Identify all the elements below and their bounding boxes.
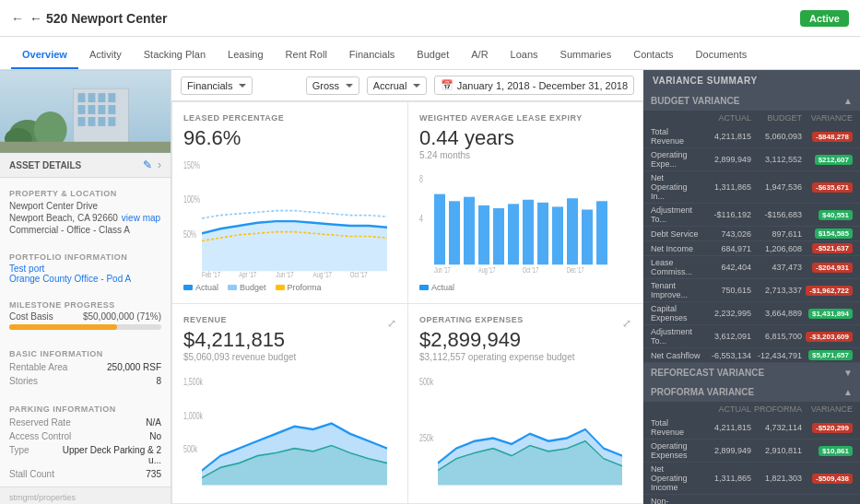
proforma-variance-title: PROFORMA VARIANCE xyxy=(651,387,754,397)
svg-rect-14 xyxy=(78,117,86,126)
basic-info-section: BASIC INFORMATION Rentable Area 250,000 … xyxy=(0,338,171,393)
table-row: Net Income 684,971 1,206,608 -$521,637 xyxy=(643,241,860,256)
footer-url: stmgmt/properties xyxy=(9,493,76,502)
svg-rect-31 xyxy=(449,201,460,264)
tab-overview[interactable]: Overview xyxy=(11,41,78,69)
parking-title: PARKING INFORMATION xyxy=(9,399,161,416)
filters-bar: Financials Gross Accrual 📅 January 1, 20… xyxy=(171,70,643,101)
chevron-down-icon: ▼ xyxy=(843,368,853,378)
variance-badge: $10,861 xyxy=(819,446,853,456)
tab-leasing[interactable]: Leasing xyxy=(217,41,275,69)
property-image xyxy=(0,70,171,153)
svg-rect-37 xyxy=(537,203,548,264)
col-variance2: VARIANCE xyxy=(802,404,853,414)
svg-rect-38 xyxy=(552,206,563,264)
tab-ar[interactable]: A/R xyxy=(460,41,499,69)
svg-text:50%: 50% xyxy=(183,228,196,240)
property-city: Newport Beach, CA 92660 xyxy=(9,212,118,224)
legend-actual: Actual xyxy=(183,283,218,292)
table-row: Non-Operating Exp... -$116,192 -$146,527… xyxy=(643,495,860,504)
tab-rent-roll[interactable]: Rent Roll xyxy=(275,41,338,69)
chevron-up-icon: ▲ xyxy=(843,96,853,106)
svg-text:Apr '17: Apr '17 xyxy=(239,269,256,278)
chevron-right-icon[interactable]: › xyxy=(158,158,161,171)
svg-rect-6 xyxy=(78,93,86,102)
table-row: Lease Commiss... 642,404 437,473 -$204,9… xyxy=(643,256,860,279)
asset-details-label: Asset Details xyxy=(9,160,81,170)
legend-budget-label: Budget xyxy=(240,283,266,292)
col-proforma: PROFORMA xyxy=(751,404,802,414)
variance-badge: -$635,671 xyxy=(812,182,853,193)
progress-bar-fill xyxy=(9,324,117,330)
variance-badge: -$204,931 xyxy=(812,263,853,273)
tabs-bar: Overview Activity Stacking Plan Leasing … xyxy=(0,37,860,70)
portfolio-name[interactable]: Test port xyxy=(9,264,161,274)
svg-rect-30 xyxy=(434,194,445,265)
milestone-label: Cost Basis xyxy=(9,311,53,322)
back-button[interactable]: ← xyxy=(11,11,24,26)
progress-bar-wrap xyxy=(9,324,161,330)
revenue-value: $4,211,815 xyxy=(183,328,296,352)
access-control-label: Access Control xyxy=(9,431,71,441)
edit-icon[interactable]: ✎ xyxy=(143,158,152,171)
rentable-area-value: 250,000 RSF xyxy=(107,362,161,372)
variance-badge: $5,871,657 xyxy=(808,350,853,360)
leased-pct-title: LEASED PERCENTAGE xyxy=(183,113,396,123)
expand-icon[interactable]: ⤢ xyxy=(387,317,396,330)
table-row: Operating Expe... 2,899,949 3,112,552 $2… xyxy=(643,148,860,171)
budget-variance-section: BUDGET VARIANCE ▲ ACTUAL BUDGET VARIANCE… xyxy=(643,91,860,363)
variance-badge: $212,607 xyxy=(815,155,853,165)
svg-rect-16 xyxy=(98,117,105,126)
tab-budget[interactable]: Budget xyxy=(406,41,460,69)
left-sidebar: Asset Details ✎ › PROPERTY & LOCATION Ne… xyxy=(0,70,171,504)
svg-text:Jun '17: Jun '17 xyxy=(434,266,451,275)
opex-chart: 500k 250k xyxy=(419,368,631,493)
reserved-rate-label: Reserved Rate xyxy=(9,417,71,428)
svg-marker-22 xyxy=(202,221,387,271)
tab-summaries[interactable]: Summaries xyxy=(549,41,623,69)
tab-activity[interactable]: Activity xyxy=(78,41,133,69)
gross-select[interactable]: Gross xyxy=(306,76,359,95)
view-select[interactable]: Financials xyxy=(181,76,253,95)
date-range-label: January 1, 2018 - December 31, 2018 xyxy=(457,80,628,91)
info-row: Stall Count 735 xyxy=(9,467,161,481)
date-range-picker[interactable]: 📅 January 1, 2018 - December 31, 2018 xyxy=(434,76,634,95)
reforecast-variance-header[interactable]: REFORECAST VARIANCE ▼ xyxy=(643,363,860,382)
tab-loans[interactable]: Loans xyxy=(500,41,549,69)
type-value: Upper Deck Parking & 2 u... xyxy=(60,445,161,465)
proforma-col-headers: ACTUAL PROFORMA VARIANCE xyxy=(643,402,860,416)
stories-label: Stories xyxy=(9,376,38,386)
svg-rect-8 xyxy=(98,93,105,102)
reforecast-variance-section: REFORECAST VARIANCE ▼ xyxy=(643,363,860,382)
tab-contacts[interactable]: Contacts xyxy=(622,41,684,69)
tab-financials[interactable]: Financials xyxy=(338,41,406,69)
table-row: Total Revenue 4,211,815 4,732,114 -$520,… xyxy=(643,416,860,440)
svg-text:Aug '17: Aug '17 xyxy=(313,269,333,278)
accrual-select[interactable]: Accrual xyxy=(367,76,427,95)
opex-title: OPERATING EXPENSES xyxy=(419,315,574,324)
asset-details-header: Asset Details ✎ › xyxy=(0,153,171,178)
basic-info-title: BASIC INFORMATION xyxy=(9,344,161,360)
budget-variance-header[interactable]: BUDGET VARIANCE ▲ xyxy=(643,91,860,111)
tab-stacking-plan[interactable]: Stacking Plan xyxy=(133,41,217,69)
legend-budget: Budget xyxy=(228,283,266,292)
weighted-avg-sub: 5.24 months xyxy=(419,150,631,160)
view-map-link[interactable]: view map xyxy=(122,213,160,223)
variance-badge: -$1,962,722 xyxy=(806,286,853,296)
tab-documents[interactable]: Documents xyxy=(685,41,759,69)
col-label xyxy=(651,113,701,123)
header: ← ← 520 Newport Center Active xyxy=(0,0,860,37)
proforma-variance-section: PROFORMA VARIANCE ▲ ACTUAL PROFORMA VARI… xyxy=(643,382,860,504)
stall-count-label: Stall Count xyxy=(9,469,54,479)
variance-badge: -$3,203,609 xyxy=(806,332,853,342)
portfolio-office[interactable]: Orange County Office - Pod A xyxy=(9,274,161,284)
svg-text:8: 8 xyxy=(419,174,423,185)
milestone-title: MILESTONE PROGRESS xyxy=(9,295,161,311)
svg-rect-15 xyxy=(88,117,95,126)
proforma-variance-header[interactable]: PROFORMA VARIANCE ▲ xyxy=(643,382,860,402)
legend-proforma: Proforma xyxy=(276,283,322,292)
milestone-section: MILESTONE PROGRESS Cost Basis $50,000,00… xyxy=(0,289,171,338)
variance-badge: -$520,299 xyxy=(812,423,853,433)
property-type: Commercial - Office - Class A xyxy=(9,224,161,236)
expand-icon2[interactable]: ⤢ xyxy=(622,317,631,330)
